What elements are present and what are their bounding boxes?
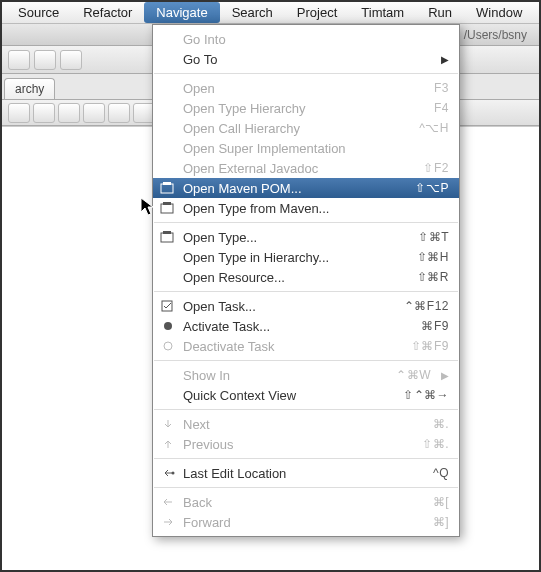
menu-shortcut: ⇧⌘H — [417, 250, 449, 264]
menu-item-label: Open Type... — [183, 230, 408, 245]
menu-project[interactable]: Project — [285, 2, 349, 23]
toolbar-button[interactable] — [33, 103, 55, 123]
menu-item-activate-task[interactable]: Activate Task...⌘F9 — [153, 316, 459, 336]
task-icon — [159, 298, 177, 314]
menu-item-label: Next — [183, 417, 423, 432]
svg-point-9 — [172, 472, 175, 475]
menu-item-open-task[interactable]: Open Task...⌃⌘F12 — [153, 296, 459, 316]
toolbar-button[interactable] — [8, 103, 30, 123]
menu-window[interactable]: Window — [464, 2, 534, 23]
menu-item-label: Open Resource... — [183, 270, 407, 285]
menu-item-open-super-implementation: Open Super Implementation — [153, 138, 459, 158]
svg-rect-3 — [163, 202, 171, 205]
menu-shortcut: ⌃⌘W — [396, 368, 431, 382]
menu-item-label: Deactivate Task — [183, 339, 401, 354]
menu-shortcut: ⌃⌘F12 — [404, 299, 449, 313]
menu-shortcut: ⇧⌘T — [418, 230, 449, 244]
menu-shortcut: ^⌥H — [419, 121, 449, 135]
submenu-arrow-icon: ▶ — [441, 370, 449, 381]
menubar: Source Refactor Navigate Search Project … — [2, 2, 539, 24]
menu-item-deactivate-task: Deactivate Task⇧⌘F9 — [153, 336, 459, 356]
menu-item-label: Open Maven POM... — [183, 181, 405, 196]
blank-icon — [159, 269, 177, 285]
menu-item-open-type[interactable]: Open Type...⇧⌘T — [153, 227, 459, 247]
tab-hierarchy[interactable]: archy — [4, 78, 55, 99]
menu-source[interactable]: Source — [6, 2, 71, 23]
menu-refactor[interactable]: Refactor — [71, 2, 144, 23]
menu-shortcut: ⇧F2 — [423, 161, 449, 175]
menu-item-label: Last Edit Location — [183, 466, 423, 481]
menu-item-label: Open External Javadoc — [183, 161, 413, 176]
menu-separator — [154, 360, 458, 361]
menu-item-open-type-in-hierarchy[interactable]: Open Type in Hierarchy...⇧⌘H — [153, 247, 459, 267]
menu-shortcut: ⇧⌃⌘→ — [403, 388, 449, 402]
menu-search[interactable]: Search — [220, 2, 285, 23]
menu-item-next: Next⌘. — [153, 414, 459, 434]
blank-icon — [159, 100, 177, 116]
menu-navigate[interactable]: Navigate — [144, 2, 219, 23]
type-icon — [159, 229, 177, 245]
fwd-icon — [159, 514, 177, 530]
menu-separator — [154, 487, 458, 488]
toolbar-button[interactable] — [83, 103, 105, 123]
menu-separator — [154, 291, 458, 292]
menu-timtam[interactable]: Timtam — [349, 2, 416, 23]
toolbar-button[interactable] — [108, 103, 130, 123]
menu-item-label: Activate Task... — [183, 319, 411, 334]
menu-shortcut: ⇧⌘. — [422, 437, 449, 451]
menu-item-label: Back — [183, 495, 423, 510]
type-icon — [159, 200, 177, 216]
toolbar-button[interactable] — [60, 50, 82, 70]
menu-item-label: Go Into — [183, 32, 449, 47]
menu-item-quick-context-view[interactable]: Quick Context View⇧⌃⌘→ — [153, 385, 459, 405]
menu-shortcut: ⌘] — [433, 515, 449, 529]
menu-item-label: Open Type Hierarchy — [183, 101, 424, 116]
blank-icon — [159, 387, 177, 403]
svg-rect-2 — [161, 204, 173, 213]
blank-icon — [159, 249, 177, 265]
menu-item-show-in: Show In⌃⌘W▶ — [153, 365, 459, 385]
blank-icon — [159, 31, 177, 47]
menu-item-label: Open Type in Hierarchy... — [183, 250, 407, 265]
menu-item-open-maven-pom[interactable]: Open Maven POM...⇧⌥P — [153, 178, 459, 198]
down-icon — [159, 416, 177, 432]
menu-item-label: Show In — [183, 368, 386, 383]
blank-icon — [159, 51, 177, 67]
menu-item-last-edit-location[interactable]: Last Edit Location^Q — [153, 463, 459, 483]
blank-icon — [159, 367, 177, 383]
menu-item-open: OpenF3 — [153, 78, 459, 98]
menu-shortcut: ⇧⌘R — [417, 270, 449, 284]
navigate-menu: Go IntoGo To▶OpenF3Open Type HierarchyF4… — [152, 24, 460, 537]
back-icon — [159, 494, 177, 510]
menu-item-forward: Forward⌘] — [153, 512, 459, 532]
menu-item-open-external-javadoc: Open External Javadoc⇧F2 — [153, 158, 459, 178]
svg-rect-4 — [161, 233, 173, 242]
menu-item-label: Previous — [183, 437, 412, 452]
menu-item-open-type-from-maven[interactable]: Open Type from Maven... — [153, 198, 459, 218]
menu-separator — [154, 458, 458, 459]
menu-separator — [154, 409, 458, 410]
menu-shortcut: ⇧⌘F9 — [411, 339, 449, 353]
svg-point-7 — [164, 322, 172, 330]
menu-item-label: Go To — [183, 52, 431, 67]
menu-item-label: Open Super Implementation — [183, 141, 449, 156]
toolbar-button[interactable] — [8, 50, 30, 70]
menu-separator — [154, 73, 458, 74]
lastedit-icon — [159, 465, 177, 481]
menu-item-open-resource[interactable]: Open Resource...⇧⌘R — [153, 267, 459, 287]
menu-item-label: Open — [183, 81, 424, 96]
blank-icon — [159, 120, 177, 136]
toolbar-button[interactable] — [58, 103, 80, 123]
pom-icon — [159, 180, 177, 196]
submenu-arrow-icon: ▶ — [441, 54, 449, 65]
toolbar-button[interactable] — [34, 50, 56, 70]
svg-point-8 — [164, 342, 172, 350]
menu-item-go-to[interactable]: Go To▶ — [153, 49, 459, 69]
menu-run[interactable]: Run — [416, 2, 464, 23]
menu-shortcut: ⌘. — [433, 417, 449, 431]
menu-item-label: Open Type from Maven... — [183, 201, 449, 216]
circle-icon — [159, 338, 177, 354]
menu-shortcut: F3 — [434, 81, 449, 95]
menu-separator — [154, 222, 458, 223]
svg-rect-6 — [162, 301, 172, 311]
